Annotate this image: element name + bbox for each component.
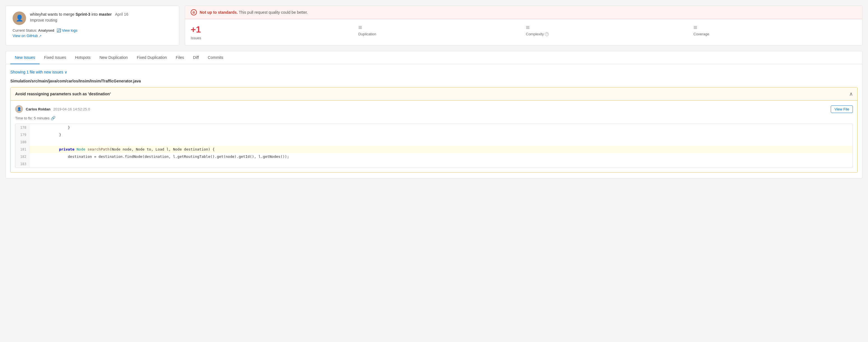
metric-complexity-label: Complexity ? bbox=[526, 32, 549, 36]
code-line-180: 180 bbox=[16, 139, 852, 146]
issue-body: 👤 Carlos Roldan 2019-04-16 14:52:25.0 Vi… bbox=[11, 101, 857, 172]
clock-icon: 🔗 bbox=[51, 116, 56, 120]
external-link-icon: ↗ bbox=[39, 34, 41, 38]
line-number-181: 181 bbox=[16, 146, 29, 153]
line-number-180: 180 bbox=[16, 139, 29, 146]
line-content-179: } bbox=[29, 131, 852, 139]
pr-action: wants to merge bbox=[48, 12, 75, 17]
quality-warning: ⊗ Not up to standards. This pull request… bbox=[185, 6, 862, 19]
metric-issues-value: +1 bbox=[191, 24, 201, 35]
pr-status-row: Current Status: Analysed 🔄 View logs bbox=[12, 28, 172, 32]
pr-date: April 16 bbox=[115, 12, 128, 17]
issue-block: Avoid reassigning parameters such as 'de… bbox=[10, 87, 858, 173]
refresh-icon[interactable]: 🔄 bbox=[57, 28, 61, 32]
avatar: 👤 bbox=[12, 11, 26, 25]
metric-duplication-value: ≡ bbox=[359, 24, 363, 31]
committer-name: Carlos Roldan bbox=[26, 107, 51, 111]
pr-status-label: Current Status: bbox=[12, 28, 37, 32]
tab-files[interactable]: Files bbox=[172, 51, 189, 64]
view-github-label: View on GitHub bbox=[12, 34, 38, 38]
collapse-button[interactable]: ∧ bbox=[849, 91, 853, 97]
metric-duplication: ≡ Duplication bbox=[354, 24, 522, 40]
quality-metrics: +1 Issues ≡ Duplication ≡ Complexity ? ≡ bbox=[185, 19, 862, 45]
complexity-help-icon[interactable]: ? bbox=[545, 32, 549, 36]
pr-username: whiteyhat bbox=[30, 12, 46, 17]
tab-new-issues[interactable]: New Issues bbox=[10, 51, 39, 64]
line-number-178: 178 bbox=[16, 124, 29, 131]
file-path: Simulation/src/main/java/com/carlos/Insi… bbox=[10, 79, 858, 83]
metric-coverage-value: ≡ bbox=[693, 24, 698, 31]
tabs-section: New Issues Fixed Issues Hotspots New Dup… bbox=[6, 51, 862, 178]
view-github-link[interactable]: View on GitHub ↗ bbox=[12, 34, 41, 38]
pr-description: Improve routing bbox=[30, 18, 172, 22]
code-line-182: 182 destination = destination.findNode(d… bbox=[16, 153, 852, 160]
code-line-183: 183 bbox=[16, 160, 852, 168]
line-content-180 bbox=[29, 139, 852, 146]
metric-complexity-value: ≡ bbox=[526, 24, 530, 31]
pr-status-value: Analysed bbox=[38, 28, 54, 32]
line-content-182: destination = destination.findNode(desti… bbox=[29, 153, 852, 160]
issue-meta: 👤 Carlos Roldan 2019-04-16 14:52:25.0 Vi… bbox=[15, 105, 853, 113]
view-github-row: View on GitHub ↗ bbox=[12, 34, 172, 38]
code-line-178: 178 } bbox=[16, 124, 852, 131]
code-block: 178 } 179 } 180 bbox=[15, 124, 853, 168]
metric-coverage-label: Coverage bbox=[693, 32, 709, 36]
metric-duplication-label: Duplication bbox=[359, 32, 376, 36]
metric-issues-label: Issues bbox=[191, 36, 201, 40]
showing-files-label[interactable]: Showing 1 file with new issues ∨ bbox=[10, 70, 858, 74]
metric-issues: +1 Issues bbox=[191, 24, 354, 40]
tab-diff[interactable]: Diff bbox=[188, 51, 203, 64]
time-to-fix: Time to fix: 5 minutes 🔗 bbox=[15, 116, 853, 120]
tab-hotspots[interactable]: Hotspots bbox=[70, 51, 95, 64]
line-number-182: 182 bbox=[16, 153, 29, 160]
tabs-header: New Issues Fixed Issues Hotspots New Dup… bbox=[6, 51, 862, 64]
tab-fixed-duplication[interactable]: Fixed Duplication bbox=[132, 51, 171, 64]
issue-header: Avoid reassigning parameters such as 'de… bbox=[11, 87, 857, 101]
tab-commits[interactable]: Commits bbox=[203, 51, 228, 64]
committer-date: 2019-04-16 14:52:25.0 bbox=[53, 107, 90, 111]
time-to-fix-label: Time to fix: 5 minutes bbox=[15, 116, 50, 120]
view-logs-link[interactable]: View logs bbox=[62, 28, 77, 32]
pr-branch-to: master bbox=[99, 12, 112, 17]
line-number-179: 179 bbox=[16, 131, 29, 139]
view-file-button[interactable]: View File bbox=[831, 106, 853, 113]
pr-title: whiteyhat wants to merge Sprint-3 into m… bbox=[30, 11, 172, 18]
warning-icon: ⊗ bbox=[191, 9, 197, 16]
pr-card: 👤 whiteyhat wants to merge Sprint-3 into… bbox=[6, 6, 179, 46]
committer-avatar: 👤 bbox=[15, 105, 23, 113]
warning-detail: This pull request quality could be bette… bbox=[239, 10, 308, 15]
line-number-183: 183 bbox=[16, 160, 29, 168]
metric-complexity: ≡ Complexity ? bbox=[521, 24, 689, 40]
pr-into: into bbox=[91, 12, 99, 17]
tab-new-duplication[interactable]: New Duplication bbox=[95, 51, 132, 64]
issue-title: Avoid reassigning parameters such as 'de… bbox=[15, 92, 111, 96]
quality-card: ⊗ Not up to standards. This pull request… bbox=[185, 6, 862, 46]
pr-branch-from: Sprint-3 bbox=[75, 12, 90, 17]
line-content-178: } bbox=[29, 124, 852, 131]
tabs-content: Showing 1 file with new issues ∨ Simulat… bbox=[6, 64, 862, 178]
warning-strong: Not up to standards. bbox=[199, 10, 238, 15]
tab-fixed-issues[interactable]: Fixed Issues bbox=[39, 51, 70, 64]
warning-text: Not up to standards. This pull request q… bbox=[199, 10, 308, 15]
code-line-181: 181 private Node searchPath(Node node, N… bbox=[16, 146, 852, 153]
line-content-181: private Node searchPath(Node node, Node … bbox=[29, 146, 852, 153]
code-line-179: 179 } bbox=[16, 131, 852, 139]
metric-coverage: ≡ Coverage bbox=[689, 24, 857, 40]
line-content-183 bbox=[29, 160, 852, 168]
